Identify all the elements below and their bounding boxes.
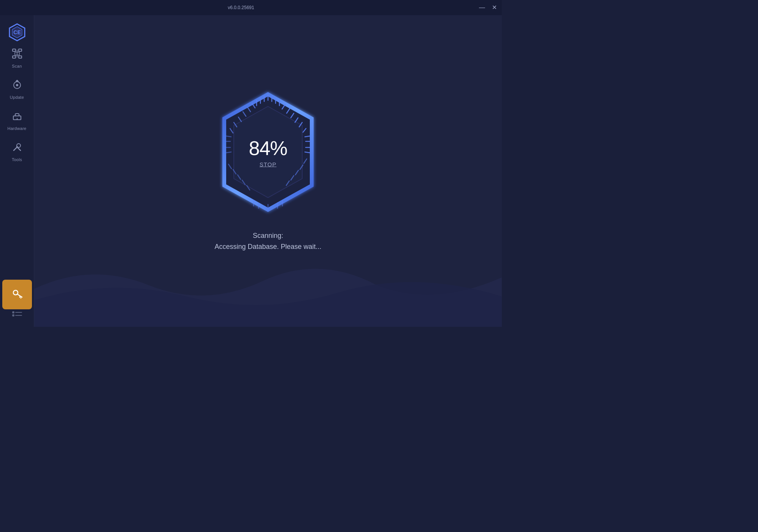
tools-icon xyxy=(12,142,22,155)
sidebar-item-update[interactable]: Update xyxy=(2,74,32,104)
svg-point-19 xyxy=(12,311,14,314)
sidebar-item-scan[interactable]: Scan xyxy=(2,43,32,73)
logo: CE xyxy=(8,23,27,43)
scanning-label: Scanning: xyxy=(253,232,283,240)
progress-percent: 84% xyxy=(249,137,287,160)
hex-progress-wrapper: 84% STOP xyxy=(207,84,329,220)
list-icon-1 xyxy=(12,311,22,319)
svg-rect-4 xyxy=(19,49,22,51)
key-icon xyxy=(11,288,23,302)
scan-label: Scan xyxy=(12,64,22,68)
svg-point-10 xyxy=(16,84,18,86)
stop-button[interactable]: STOP xyxy=(260,161,277,168)
minimize-button[interactable]: — xyxy=(478,4,486,11)
title-bar: v6.0.0.25691 — ✕ xyxy=(0,0,502,15)
sidebar: CE Scan Update xyxy=(0,15,34,327)
scan-icon xyxy=(12,48,22,62)
hex-center: 84% STOP xyxy=(249,137,287,168)
update-label: Update xyxy=(10,95,24,100)
update-icon xyxy=(12,79,22,93)
main-content: 84% STOP Scanning: Accessing Database. P… xyxy=(34,15,502,327)
svg-point-15 xyxy=(13,290,18,295)
progress-container: 84% STOP Scanning: Accessing Database. P… xyxy=(207,84,329,251)
sidebar-bottom xyxy=(12,311,22,327)
hex-outer: 84% STOP xyxy=(211,87,325,217)
svg-text:CE: CE xyxy=(13,29,21,35)
svg-rect-3 xyxy=(13,49,16,51)
close-button[interactable]: ✕ xyxy=(490,4,498,11)
sidebar-item-hardware[interactable]: Hardware xyxy=(2,106,32,135)
svg-rect-6 xyxy=(19,56,22,58)
svg-point-21 xyxy=(12,314,14,317)
scanning-detail: Accessing Database. Please wait... xyxy=(214,243,321,251)
window-controls: — ✕ xyxy=(478,4,498,11)
svg-rect-5 xyxy=(13,56,16,58)
version-label: v6.0.0.25691 xyxy=(228,5,254,10)
sidebar-item-key[interactable] xyxy=(2,280,32,309)
tools-label: Tools xyxy=(12,157,22,162)
hardware-label: Hardware xyxy=(7,126,26,131)
hardware-icon xyxy=(12,111,22,124)
sidebar-item-tools[interactable]: Tools xyxy=(2,137,32,166)
